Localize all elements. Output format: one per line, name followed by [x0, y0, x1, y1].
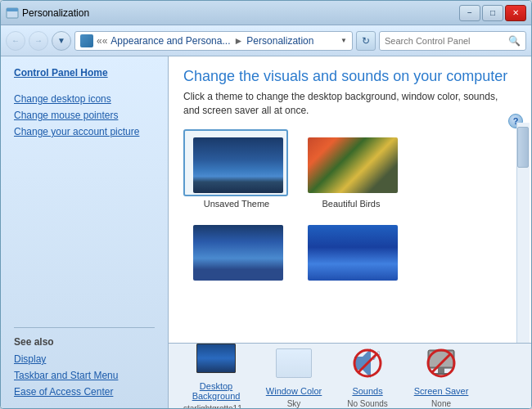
bottom-desktop-background[interactable]: DesktopBackground starlightgrotto11...	[183, 339, 249, 408]
theme-image-clouds2	[193, 225, 283, 281]
scrollbar-thumb[interactable]	[517, 127, 529, 168]
desktop-background-icon	[196, 339, 236, 378]
theme-thumbnail-clouds2	[183, 217, 288, 284]
theme-item-blue[interactable]	[298, 217, 404, 286]
address-path[interactable]: «« Appearance and Persona... ► Personali…	[74, 31, 353, 51]
address-icon	[80, 34, 93, 47]
title-bar-text: Personalization	[22, 7, 89, 19]
sidebar-link-account-picture[interactable]: Change your account picture	[1, 124, 168, 140]
theme-thumbnail-blue	[298, 217, 403, 284]
maximize-button[interactable]: □	[482, 5, 503, 21]
screen-saver-label: Screen Saver	[414, 386, 469, 396]
address-part2: Personalization	[246, 35, 313, 47]
themes-scroll-area: Unsaved Theme Beautiful Birds	[169, 123, 531, 343]
content-description: Click a theme to change the desktop back…	[183, 90, 516, 118]
sidebar-divider	[14, 327, 155, 328]
screen-saver-sublabel: None	[431, 399, 451, 408]
address-bar: ← → ▼ «« Appearance and Persona... ► Per…	[1, 25, 531, 56]
svg-rect-9	[438, 368, 444, 373]
back-button[interactable]: ←	[6, 31, 25, 51]
theme-label-birds: Beautiful Birds	[298, 199, 404, 209]
sidebar-link-ease-of-access[interactable]: Ease of Access Center	[1, 384, 168, 400]
sounds-svg: ♪ ♫	[348, 344, 387, 383]
theme-image-blue	[308, 225, 398, 281]
search-input[interactable]	[385, 36, 508, 46]
sidebar-link-taskbar[interactable]: Taskbar and Start Menu	[1, 367, 168, 384]
window-color-icon	[274, 344, 313, 383]
theme-thumbnail-unsaved	[183, 129, 288, 196]
scrollbar-track[interactable]	[516, 123, 530, 343]
sidebar-link-desktop-icons[interactable]: Change desktop icons	[1, 91, 168, 107]
theme-item-unsaved[interactable]: Unsaved Theme	[183, 129, 290, 209]
desktop-bg-image	[196, 344, 236, 373]
sidebar-link-display[interactable]: Display	[1, 351, 168, 367]
search-box: 🔍	[379, 31, 526, 51]
theme-item-birds[interactable]: Beautiful Birds	[298, 129, 404, 209]
svg-rect-1	[7, 8, 18, 11]
bottom-screen-saver[interactable]: Screen Saver None	[413, 344, 470, 408]
refresh-button[interactable]: ↻	[356, 31, 376, 51]
minimize-button[interactable]: −	[459, 5, 480, 21]
screen-saver-icon	[422, 344, 461, 383]
bottom-bar: DesktopBackground starlightgrotto11... W…	[169, 343, 531, 408]
sidebar-home-link[interactable]: Control Panel Home	[1, 65, 168, 81]
main-area: Control Panel Home Change desktop icons …	[1, 56, 531, 408]
main-window: Personalization − □ ✕ ← → ▼ «« Appearanc…	[0, 0, 532, 409]
sounds-sublabel: No Sounds	[347, 399, 387, 408]
theme-image-unsaved	[193, 137, 283, 193]
sidebar-link-mouse-pointers[interactable]: Change mouse pointers	[1, 107, 168, 124]
themes-grid: Unsaved Theme Beautiful Birds	[183, 129, 516, 286]
screen-saver-image	[422, 344, 461, 383]
desktop-background-sublabel: starlightgrotto11...	[183, 404, 249, 408]
recent-locations-button[interactable]: ▼	[52, 31, 71, 51]
content-area: ? Change the visuals and sounds on your …	[169, 56, 531, 408]
search-icon[interactable]: 🔍	[508, 35, 521, 47]
theme-thumbnail-birds	[298, 129, 403, 196]
sounds-icon: ♪ ♫	[348, 344, 387, 383]
forward-button[interactable]: →	[29, 31, 48, 51]
sounds-image: ♪ ♫	[348, 344, 387, 383]
screen-saver-svg	[422, 344, 461, 383]
title-bar: Personalization − □ ✕	[1, 1, 531, 25]
sounds-label: Sounds	[352, 386, 382, 396]
sidebar: Control Panel Home Change desktop icons …	[1, 56, 169, 408]
desktop-background-label: DesktopBackground	[192, 381, 241, 401]
bottom-window-color[interactable]: Window Color Sky	[265, 344, 322, 408]
title-bar-left: Personalization	[6, 7, 89, 20]
theme-item-clouds2[interactable]	[183, 217, 290, 286]
theme-image-birds	[308, 137, 398, 193]
bottom-sounds[interactable]: ♪ ♫ Sounds No Sounds	[339, 344, 396, 408]
title-bar-controls: − □ ✕	[459, 5, 526, 21]
close-button[interactable]: ✕	[505, 5, 526, 21]
content-title: Change the visuals and sounds on your co…	[183, 68, 516, 85]
content-header: Change the visuals and sounds on your co…	[169, 56, 531, 123]
window-color-sublabel: Sky	[287, 399, 301, 408]
sidebar-see-also-section: See also Display Taskbar and Start Menu …	[1, 314, 168, 400]
window-color-image	[276, 348, 312, 378]
sidebar-see-also-title: See also	[1, 333, 168, 351]
theme-label-unsaved: Unsaved Theme	[183, 199, 290, 209]
address-part1: Appearance and Persona...	[110, 35, 230, 47]
path-dropdown[interactable]: ▼	[340, 37, 347, 44]
address-separator1: ««	[97, 35, 107, 47]
address-separator2: ►	[233, 35, 243, 47]
window-color-label: Window Color	[266, 386, 322, 396]
window-icon	[6, 7, 19, 20]
